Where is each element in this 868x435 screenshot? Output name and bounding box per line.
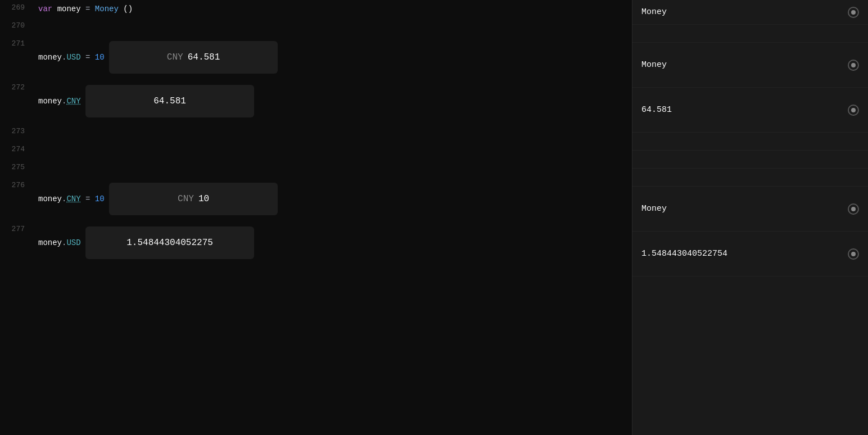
result-value-277: 1.548443040522754 bbox=[641, 249, 727, 259]
line-number-272: 272 bbox=[0, 80, 34, 92]
code-line-277: 277 money.USD 1.54844304052275 bbox=[0, 221, 632, 265]
equals-271: = bbox=[85, 53, 95, 62]
id-money-272: money bbox=[38, 97, 62, 106]
result-value-276: Money bbox=[641, 204, 667, 214]
code-line-274: 274 bbox=[0, 142, 632, 160]
line-content-275 bbox=[34, 160, 632, 178]
code-line-272: 272 money.CNY 64.581 bbox=[0, 80, 632, 124]
prop-usd-277: USD bbox=[66, 238, 80, 247]
prop-usd-271: USD bbox=[66, 53, 80, 62]
id-money-277: money bbox=[38, 238, 62, 247]
results-row-274 bbox=[632, 151, 868, 169]
equals-276: = bbox=[85, 194, 95, 203]
results-row-270 bbox=[632, 25, 868, 43]
line-content-274 bbox=[34, 142, 632, 160]
results-row-272: 64.581 bbox=[632, 88, 868, 133]
result-box-276: CNY 10 bbox=[109, 183, 278, 215]
line-content-271: money.USD = 10 CNY 64.581 bbox=[34, 36, 632, 80]
results-row-269: Money bbox=[632, 0, 868, 25]
result-value-272: 64.581 bbox=[641, 105, 672, 115]
result-box-271: CNY 64.581 bbox=[109, 41, 278, 74]
result-value-269: Money bbox=[641, 7, 667, 17]
value-277: 1.54844304052275 bbox=[126, 237, 213, 249]
line-number-274: 274 bbox=[0, 142, 34, 153]
value-272: 64.581 bbox=[153, 95, 186, 107]
equals-sign: = bbox=[85, 4, 90, 13]
radio-271[interactable] bbox=[848, 60, 859, 71]
id-money-276: money bbox=[38, 194, 62, 203]
parens: () bbox=[123, 4, 133, 13]
currency-cny-276: CNY bbox=[178, 193, 194, 205]
results-panel: Money Money 64.581 Money 1.5484430405227… bbox=[632, 0, 868, 435]
result-box-277: 1.54844304052275 bbox=[85, 226, 254, 259]
results-row-275 bbox=[632, 169, 868, 187]
line-content-276: money.CNY = 10 CNY 10 bbox=[34, 178, 632, 221]
line-content-270 bbox=[34, 18, 632, 36]
number-10-271: 10 bbox=[95, 53, 105, 62]
line-number-273: 273 bbox=[0, 124, 34, 135]
code-line-276: 276 money.CNY = 10 CNY 10 bbox=[0, 178, 632, 221]
results-row-273 bbox=[632, 133, 868, 151]
id-money-271: money bbox=[38, 53, 62, 62]
keyword-var: var bbox=[38, 4, 52, 13]
prop-cny-276: CNY bbox=[66, 194, 80, 203]
value-271: 64.581 bbox=[188, 51, 220, 64]
line-content-277: money.USD 1.54844304052275 bbox=[34, 221, 632, 265]
line-content-269: var money = Money () bbox=[34, 0, 632, 18]
line-content-272: money.CNY 64.581 bbox=[34, 80, 632, 124]
line-number-269: 269 bbox=[0, 0, 34, 12]
code-line-273: 273 bbox=[0, 124, 632, 142]
radio-276[interactable] bbox=[848, 203, 859, 215]
code-panel: 269 var money = Money () 270 271 money.U… bbox=[0, 0, 632, 435]
results-row-276: Money bbox=[632, 187, 868, 232]
results-row-271: Money bbox=[632, 43, 868, 88]
number-10-276: 10 bbox=[95, 194, 105, 203]
function-money: Money bbox=[95, 4, 119, 13]
line-number-277: 277 bbox=[0, 221, 34, 233]
code-line-271: 271 money.USD = 10 CNY 64.581 bbox=[0, 36, 632, 80]
result-value-271: Money bbox=[641, 60, 667, 70]
line-number-275: 275 bbox=[0, 160, 34, 171]
prop-cny-272: CNY bbox=[66, 97, 80, 106]
identifier-money: money bbox=[57, 4, 85, 13]
code-line-270: 270 bbox=[0, 18, 632, 36]
radio-272[interactable] bbox=[848, 105, 859, 116]
currency-cny-271: CNY bbox=[167, 51, 183, 64]
code-line-269: 269 var money = Money () bbox=[0, 0, 632, 18]
radio-277[interactable] bbox=[848, 248, 859, 260]
result-box-272: 64.581 bbox=[85, 85, 254, 117]
line-number-270: 270 bbox=[0, 18, 34, 30]
radio-269[interactable] bbox=[848, 7, 859, 18]
value-276: 10 bbox=[198, 193, 209, 205]
results-row-277: 1.548443040522754 bbox=[632, 232, 868, 277]
line-number-271: 271 bbox=[0, 36, 34, 48]
line-content-273 bbox=[34, 124, 632, 142]
line-number-276: 276 bbox=[0, 178, 34, 189]
code-line-275: 275 bbox=[0, 160, 632, 178]
